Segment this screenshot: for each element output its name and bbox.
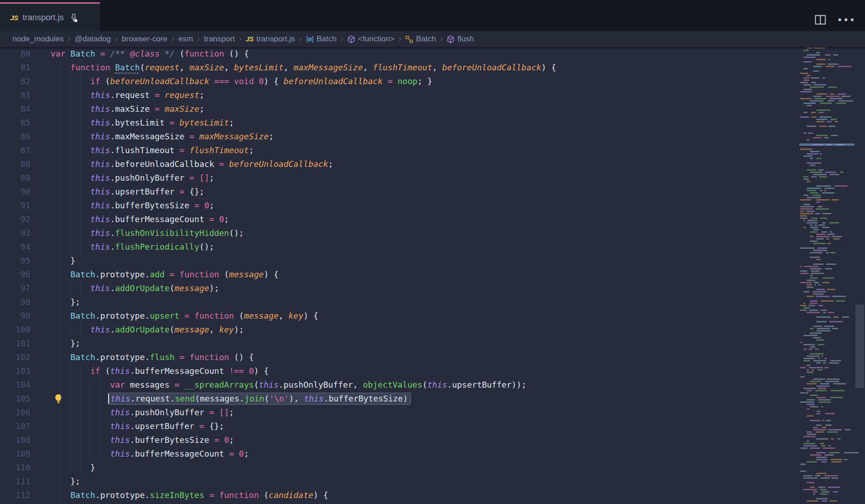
breadcrumb-item-browser-core[interactable]: browser-core — [122, 34, 167, 44]
code-line[interactable]: 80var Batch = /** @class */ (function ()… — [0, 47, 799, 61]
code-line[interactable]: 94 this.flushPeriodically(); — [0, 240, 799, 254]
breadcrumb-item-flush[interactable]: flush — [447, 34, 474, 44]
code-line[interactable]: 110 } — [0, 461, 799, 475]
code-line[interactable]: 88 this.beforeUnloadCallback = beforeUnl… — [0, 157, 799, 171]
js-icon: JS — [246, 35, 254, 43]
code-line[interactable]: 99 Batch.prototype.upsert = function (me… — [0, 309, 799, 323]
breadcrumb-item-esm[interactable]: esm — [178, 34, 193, 44]
code-line[interactable]: 112 Batch.prototype.sizeInBytes = functi… — [0, 488, 799, 502]
line-number: 99 — [0, 309, 30, 323]
code-line[interactable]: 102 Batch.prototype.flush = function () … — [0, 350, 799, 364]
tab-transport-js[interactable]: JS transport.js — [0, 2, 100, 31]
code-line[interactable]: 85 this.bytesLimit = bytesLimit; — [0, 116, 799, 130]
line-number: 88 — [0, 157, 30, 171]
code-line[interactable]: 92 this.bufferMessageCount = 0; — [0, 212, 799, 226]
line-content: this.request = request; — [51, 88, 204, 102]
code-line[interactable]: 101 }; — [0, 337, 799, 350]
variable-icon — [405, 35, 413, 43]
breadcrumb-item--function-[interactable]: <function> — [347, 34, 394, 44]
line-content: Batch.prototype.flush = function () { — [51, 350, 254, 364]
split-editor-icon[interactable] — [815, 15, 826, 25]
breadcrumb-item-transport[interactable]: transport — [204, 34, 235, 44]
breadcrumb-separator: › — [340, 34, 343, 44]
line-number: 105 — [0, 392, 30, 406]
line-content: } — [51, 461, 95, 475]
code-line[interactable]: 93 this.flushOnVisibilityHidden(); — [0, 226, 799, 240]
breadcrumb-item-node-modules[interactable]: node_modules — [12, 34, 64, 44]
breadcrumb-item--datadog[interactable]: @datadog — [75, 34, 111, 44]
line-number: 108 — [0, 433, 30, 447]
code-line[interactable]: 108 this.bufferBytesSize = 0; — [0, 433, 799, 447]
line-content: this.bufferMessageCount = 0; — [51, 212, 229, 226]
code-line[interactable]: 103 if (this.bufferMessageCount !== 0) { — [0, 364, 799, 378]
breadcrumb-item-batch[interactable]: Batch — [405, 34, 436, 44]
code-line[interactable]: 95 } — [0, 254, 799, 268]
minimap[interactable] — [799, 47, 854, 504]
code-line[interactable]: 106 this.pushOnlyBuffer = []; — [0, 406, 799, 419]
line-number: 87 — [0, 143, 30, 157]
line-number: 107 — [0, 419, 30, 433]
line-number: 80 — [0, 47, 30, 61]
pinned-tab-icon[interactable] — [69, 13, 78, 22]
code-line[interactable]: 81 function Batch(request, maxSize, byte… — [0, 61, 799, 74]
code-line[interactable]: 91 this.bufferBytesSize = 0; — [0, 199, 799, 212]
line-content: this.bufferBytesSize = 0; — [51, 199, 214, 212]
breadcrumb-item-transport-js[interactable]: JStransport.js — [246, 34, 295, 44]
code-line[interactable]: 104 var messages = __spreadArrays(this.p… — [0, 378, 799, 392]
line-number: 98 — [0, 295, 30, 309]
line-content: if (beforeUnloadCallback === void 0) { b… — [51, 74, 432, 88]
javascript-file-icon: JS — [10, 14, 18, 22]
line-number: 84 — [0, 102, 30, 116]
code-line[interactable]: 98 }; — [0, 295, 799, 309]
code-line[interactable]: 84 this.maxSize = maxSize; — [0, 102, 799, 116]
code-line[interactable]: 90 this.upsertBuffer = {}; — [0, 185, 799, 199]
breadcrumb-item-batch[interactable]: Batch — [306, 34, 336, 44]
breadcrumb-separator: › — [299, 34, 302, 44]
code-line[interactable]: 100 this.addOrUpdate(message, key); — [0, 323, 799, 337]
code-line[interactable]: 105 this.request.send(messages.join('\n'… — [0, 392, 799, 406]
code-line[interactable]: 111 }; — [0, 475, 799, 488]
code-line[interactable]: 96 Batch.prototype.add = function (messa… — [0, 268, 799, 281]
line-content: function Batch(request, maxSize, bytesLi… — [51, 61, 556, 74]
code-lines: 80var Batch = /** @class */ (function ()… — [0, 47, 799, 502]
cube-icon — [347, 35, 355, 43]
line-number: 92 — [0, 212, 30, 226]
line-content: this.beforeUnloadCallback = beforeUnload… — [51, 157, 333, 171]
breadcrumb-separator: › — [172, 34, 174, 44]
line-number: 109 — [0, 447, 30, 461]
breadcrumb-separator: › — [115, 34, 118, 44]
code-line[interactable]: 89 this.pushOnlyBuffer = []; — [0, 171, 799, 185]
line-content: } — [51, 254, 75, 268]
class-icon — [306, 35, 314, 43]
scrollbar-thumb[interactable] — [855, 304, 864, 388]
line-content: this.bufferMessageCount = 0; — [51, 447, 249, 461]
code-line[interactable]: 83 this.request = request; — [0, 88, 799, 102]
line-number: 96 — [0, 268, 30, 281]
line-content: var messages = __spreadArrays(this.pushO… — [51, 378, 526, 392]
more-actions-icon[interactable]: • • • — [838, 17, 855, 22]
breadcrumb: node_modules›@datadog›browser-core›esm›t… — [0, 31, 865, 47]
editor: 80var Batch = /** @class */ (function ()… — [0, 47, 865, 504]
editor-actions: • • • — [815, 15, 865, 31]
code-line[interactable]: 87 this.flushTimeout = flushTimeout; — [0, 143, 799, 157]
code-line[interactable]: 97 this.addOrUpdate(message); — [0, 281, 799, 295]
line-number: 83 — [0, 88, 30, 102]
breadcrumb-separator: › — [398, 34, 401, 44]
code-line[interactable]: 109 this.bufferMessageCount = 0; — [0, 447, 799, 461]
line-number: 104 — [0, 378, 30, 392]
breadcrumb-separator: › — [197, 34, 200, 44]
code-line[interactable]: 107 this.upsertBuffer = {}; — [0, 419, 799, 433]
line-content: this.upsertBuffer = {}; — [51, 419, 224, 433]
line-number: 102 — [0, 350, 30, 364]
vertical-scrollbar — [854, 47, 865, 504]
line-content: Batch.prototype.sizeInBytes = function (… — [51, 488, 328, 502]
line-content: this.addOrUpdate(message); — [51, 281, 219, 295]
line-number: 89 — [0, 171, 30, 185]
code-line[interactable]: 86 this.maxMessageSize = maxMessageSize; — [0, 130, 799, 143]
line-number: 85 — [0, 116, 30, 130]
line-content: this.maxSize = maxSize; — [51, 102, 204, 116]
selection-highlight: this.request.send(messages.join('\n'), t… — [108, 393, 410, 405]
code-line[interactable]: 82 if (beforeUnloadCallback === void 0) … — [0, 74, 799, 88]
line-content: }; — [51, 295, 81, 309]
line-content: this.addOrUpdate(message, key); — [51, 323, 244, 337]
